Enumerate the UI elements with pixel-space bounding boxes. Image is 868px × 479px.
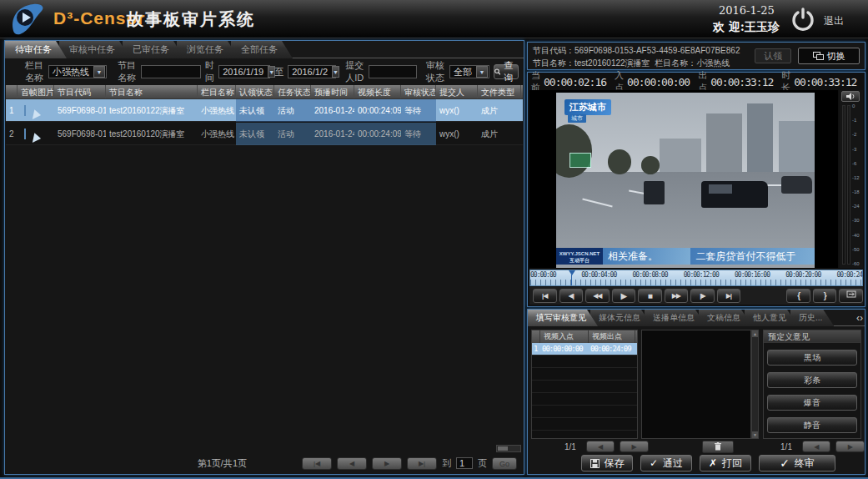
- transport-bar: |◀ ◀| ◀◀ ▶ ■ ▶▶ |▶ ▶| { }: [529, 287, 863, 305]
- cell-file-type: 成片: [478, 123, 521, 145]
- tab-browse-tasks[interactable]: 浏览任务: [177, 41, 238, 58]
- opinion-scrollbar[interactable]: ▲ ▼: [751, 330, 759, 439]
- task-pagination: 第1页/共1页 |◀ ◀ ▶ ▶| 到 页 Go: [5, 455, 524, 471]
- video-screen[interactable]: 江苏城市 城市 XWYY.JSCN.NET 互动平台 相关准备。 二套房贷首付不…: [529, 90, 838, 268]
- first-frame-button[interactable]: |◀: [533, 289, 557, 303]
- date-from-select[interactable]: 2016/1/19 ▼: [218, 65, 270, 78]
- goto-page-input[interactable]: [456, 457, 473, 469]
- horizontal-scrollbar[interactable]: [496, 445, 521, 452]
- cell-program-name: test20160120演播室: [106, 123, 198, 145]
- table-row[interactable]: 1 569F0698-015... test20160122演播室 小强热线 未…: [6, 99, 523, 122]
- next-frame-button[interactable]: |▶: [690, 289, 715, 303]
- claim-button[interactable]: 认领: [755, 48, 791, 63]
- date-to-select[interactable]: 2016/1/2 ▼: [288, 65, 336, 78]
- first-page-button[interactable]: |◀: [302, 457, 332, 470]
- power-icon[interactable]: [790, 7, 815, 32]
- submitter-id-input[interactable]: [369, 65, 417, 78]
- column-name-select[interactable]: 小强热线 ▼: [48, 65, 107, 78]
- tab-scroll-arrows-icon[interactable]: ‹›: [856, 312, 863, 324]
- mark-in-button[interactable]: {: [786, 289, 810, 303]
- stop-button[interactable]: ■: [638, 289, 662, 303]
- opinion-mute-button[interactable]: 静音: [767, 417, 857, 433]
- tab-playlist-info[interactable]: 送播单信息: [645, 310, 706, 326]
- meter-scale: 0-1 -2-3 -6-12 -18-24 -30-40 -50-60: [852, 103, 863, 266]
- chevron-down-icon[interactable]: ▼: [332, 66, 339, 78]
- tab-script-info[interactable]: 文稿信息: [699, 310, 752, 326]
- col-column-name: 栏目名称: [198, 85, 236, 98]
- scroll-up-icon[interactable]: ▲: [752, 330, 758, 337]
- cell-submitter: wyx(): [436, 123, 478, 145]
- col-video-length: 视频长度: [354, 85, 401, 98]
- tab-reviewed-tasks[interactable]: 已审任务: [123, 41, 184, 58]
- app-logo-icon: [8, 3, 45, 36]
- to-label: 至: [274, 66, 283, 78]
- check-icon: ✓: [780, 456, 790, 470]
- program-code-value: 569F0698-0153-AF53-4459-6E8AF07BE862: [574, 46, 740, 55]
- rewind-button[interactable]: ◀◀: [585, 289, 610, 303]
- tab-pending-tasks[interactable]: 待审任务: [5, 41, 67, 58]
- opinions-prev-button[interactable]: ◀: [802, 441, 831, 452]
- save-button[interactable]: 保存: [581, 455, 633, 471]
- time-label: 时间: [205, 59, 214, 84]
- points-next-button[interactable]: ▶: [620, 441, 649, 452]
- search-button[interactable]: 查询: [494, 64, 519, 79]
- opinion-black-button[interactable]: 黑场: [767, 350, 857, 366]
- col-air-time: 预播时间: [311, 85, 354, 98]
- points-prev-button[interactable]: ◀: [586, 441, 615, 452]
- cell-task-status: 活动: [274, 99, 311, 122]
- ticker-text: 二套房贷首付不得低于: [690, 248, 815, 265]
- review-status-select[interactable]: 全部 ▼: [449, 65, 489, 78]
- point-row[interactable]: 1 00:00:00:00 00:00:24:09: [532, 343, 637, 355]
- tab-media-metadata[interactable]: 媒体元信息: [590, 310, 652, 326]
- tab-others-opinions[interactable]: 他人意见: [745, 310, 798, 326]
- last-frame-button[interactable]: ▶|: [717, 289, 741, 303]
- column-name-value: 小强热线: [696, 58, 730, 68]
- submitter-id-label: 提交人ID: [345, 59, 364, 84]
- chevron-down-icon[interactable]: ▼: [476, 66, 488, 78]
- go-button[interactable]: Go: [492, 457, 517, 470]
- logout-button[interactable]: 退出: [824, 14, 844, 28]
- cell-review-status: 等待: [401, 99, 436, 122]
- loop-button[interactable]: [839, 289, 863, 303]
- speaker-button[interactable]: [841, 91, 860, 102]
- filter-row: 栏目名称 小强热线 ▼ 节目名称 时间 2016/1/19 ▼ 至 2016/1…: [5, 61, 524, 83]
- tab-reviewing-tasks[interactable]: 审核中任务: [59, 41, 130, 58]
- opinion-textarea[interactable]: [641, 330, 751, 439]
- switch-icon: [813, 52, 824, 61]
- column-name-label: 栏目名称：: [655, 58, 696, 68]
- playhead-marker[interactable]: [569, 270, 576, 285]
- subtitle-text: 相关准备。: [603, 248, 690, 265]
- last-page-button[interactable]: ▶|: [407, 457, 437, 470]
- mark-out-button[interactable]: }: [813, 289, 837, 303]
- review-tabbar: 填写审核意见 媒体元信息 送播单信息 文稿信息 他人意见 历史... ‹›: [528, 310, 865, 326]
- final-review-button[interactable]: ✓ 终审: [759, 455, 835, 471]
- col-file-type: 文件类型: [478, 85, 521, 98]
- prev-page-button[interactable]: ◀: [337, 457, 367, 470]
- col-task-status: 任务状态: [274, 85, 311, 98]
- opinions-next-button[interactable]: ▶: [835, 441, 865, 452]
- fast-forward-button[interactable]: ▶▶: [665, 289, 689, 303]
- pass-button[interactable]: ✓ 通过: [640, 455, 692, 471]
- col-claim-status: 认领状态: [236, 85, 274, 98]
- review-panel: 填写审核意见 媒体元信息 送播单信息 文稿信息 他人意见 历史... ‹› 视频…: [527, 309, 865, 475]
- cell-claim-status: 未认领: [236, 123, 274, 145]
- switch-button[interactable]: 切换: [798, 48, 860, 64]
- cross-icon: ✗: [709, 457, 717, 469]
- opinion-colorbars-button[interactable]: 彩条: [767, 372, 857, 388]
- play-button[interactable]: ▶: [612, 289, 636, 303]
- program-name-input[interactable]: [141, 65, 201, 78]
- scroll-down-icon[interactable]: ▼: [752, 431, 758, 438]
- opinion-loudnoise-button[interactable]: 爆音: [767, 395, 857, 411]
- tab-history[interactable]: 历史...: [790, 310, 834, 326]
- next-page-button[interactable]: ▶: [372, 457, 402, 470]
- timeline[interactable]: 00:00:0000:00:04:00 00:00:08:0000:00:12:…: [529, 270, 863, 286]
- tab-all-tasks[interactable]: 全部任务: [231, 41, 293, 58]
- table-row[interactable]: 2 569F0698-015... test20160120演播室 小强热线 未…: [6, 123, 523, 145]
- prev-frame-button[interactable]: ◀|: [559, 289, 584, 303]
- reject-button[interactable]: ✗ 打回: [700, 455, 751, 471]
- tab-review-opinion[interactable]: 填写审核意见: [528, 310, 598, 326]
- chevron-down-icon[interactable]: ▼: [93, 66, 105, 78]
- delete-point-button[interactable]: [702, 441, 734, 453]
- review-pagination-row: 1/1 ◀ ▶ 1/1 ◀ ▶: [528, 439, 865, 454]
- col-program-code: 节目代码: [54, 85, 106, 98]
